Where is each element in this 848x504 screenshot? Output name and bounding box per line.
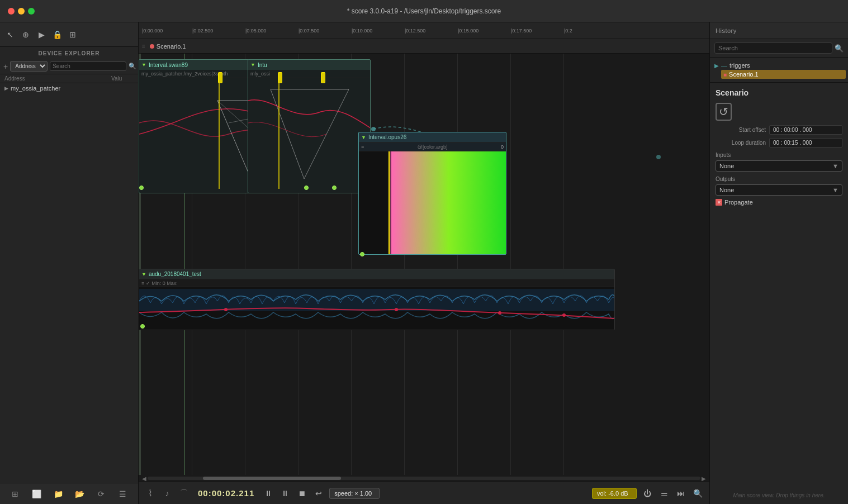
opus26-color-gradient xyxy=(359,151,506,254)
inputs-dropdown-arrow: ▼ xyxy=(832,163,838,169)
search-transport-icon[interactable]: 🔍 xyxy=(691,487,704,500)
folder-icon[interactable]: 📁 xyxy=(52,488,64,500)
history-icon[interactable]: ⟳ xyxy=(95,488,107,500)
power-icon[interactable]: ⏻ xyxy=(641,487,653,500)
sidebar-search-icon[interactable]: 🔍 xyxy=(129,63,136,70)
select-tool-icon[interactable]: ↖ xyxy=(4,29,16,40)
loop-duration-value[interactable]: 00 : 00:15 . 000 xyxy=(769,138,842,148)
tree-scenario-icon: ■ xyxy=(723,72,727,78)
stop-button[interactable]: ⏹ xyxy=(296,487,308,500)
sidebar-tree-item-patcher[interactable]: ▶ my_ossia_patcher xyxy=(0,83,138,93)
inputs-dropdown[interactable]: None ▼ xyxy=(716,160,842,172)
interval-expand-icon[interactable]: ▼ xyxy=(141,62,146,68)
svg-point-8 xyxy=(498,311,501,315)
loop-icon[interactable]: ↺ xyxy=(716,103,732,121)
transport-time: 00:00:02.211 xyxy=(198,488,254,498)
outputs-label: Outputs xyxy=(716,176,842,182)
handle-int2-yellow1[interactable] xyxy=(278,72,282,83)
image-icon[interactable]: ⬜ xyxy=(31,488,43,500)
lock-icon[interactable]: 🔒 xyxy=(51,29,63,40)
inputs-value: None xyxy=(719,163,734,169)
close-button[interactable] xyxy=(8,8,15,15)
tree-item-label: my_ossia_patcher xyxy=(11,85,60,92)
audio-row[interactable]: ▼ audu_20180401_test ≡ ✓ Min: 0 Max: xyxy=(139,269,615,330)
ruler-tick-2: |0:05.000 xyxy=(245,28,266,34)
opus26-yellow-line xyxy=(389,151,390,254)
center-area: |0:00.000 |0:02.500 |0:05.000 |0:07.500 … xyxy=(139,22,709,504)
history-root-label: triggers xyxy=(729,62,750,69)
tree-caret-icon: ▶ xyxy=(714,63,719,69)
list-icon[interactable]: ☰ xyxy=(117,488,129,500)
scrollbar-thumb[interactable] xyxy=(203,477,341,480)
scenario-row: ≡ Scenario.1 xyxy=(139,39,709,54)
opus26-sub-icon: ≡ xyxy=(361,144,364,150)
outputs-dropdown-arrow: ▼ xyxy=(832,187,838,193)
main-layout: ↖ ⊕ ▶ 🔒 ⊞ DEVICE EXPLORER + Address 🔍 Ad… xyxy=(0,22,848,504)
history-root-item[interactable]: ▶ — triggers xyxy=(712,61,846,70)
interval-swan89-label: Interval.swan89 xyxy=(149,62,188,68)
strum-icon[interactable]: ⌇ xyxy=(144,488,157,498)
vol-display[interactable]: vol: -6.0 dB xyxy=(592,488,637,499)
audio-expand-icon[interactable]: ▼ xyxy=(141,272,146,277)
filter-add-icon[interactable]: + xyxy=(3,62,8,71)
handle-opus26-left[interactable] xyxy=(360,252,364,256)
grid-icon[interactable]: ⊞ xyxy=(9,488,21,500)
play-icon[interactable]: ▶ xyxy=(36,29,47,40)
svg-point-6 xyxy=(224,308,228,311)
scenario-dot-icon xyxy=(150,44,154,49)
interval-opus26-label: Interval.opus26 xyxy=(368,134,406,140)
tree-folder-icon: — xyxy=(721,62,727,69)
handle-swan89-yellow[interactable] xyxy=(218,72,222,83)
minimize-button[interactable] xyxy=(18,8,25,15)
handle-int2-mid2[interactable] xyxy=(332,186,337,190)
scroll-right-icon[interactable]: ▶ xyxy=(700,476,707,482)
sidebar-bottom-toolbar: ⊞ ⬜ 📁 📂 ⟳ ☰ xyxy=(0,483,138,504)
propagate-checkbox[interactable]: ✕ xyxy=(716,199,722,206)
play-pause-button[interactable]: ⏸ xyxy=(262,487,274,500)
eq-icon[interactable]: ⚌ xyxy=(658,487,670,500)
grid-line-8 xyxy=(563,54,564,475)
sidebar-search-input[interactable] xyxy=(50,61,126,71)
interval-int2[interactable]: ▼ Intu mly_ossi xyxy=(248,59,371,193)
loop-icon-container[interactable]: ↺ xyxy=(716,103,842,121)
opus26-black-column xyxy=(359,151,389,254)
history-search-icon[interactable]: 🔍 xyxy=(835,44,844,53)
handle-swan89-left[interactable] xyxy=(139,186,144,190)
scenario-collapse-icon[interactable]: ≡ xyxy=(142,43,145,49)
opus26-color-right xyxy=(391,151,506,254)
handle-int2-mid1[interactable] xyxy=(304,186,309,190)
start-offset-label: Start offset xyxy=(716,127,766,133)
interval-int2-sub: mly_ossi xyxy=(248,70,370,78)
int2-expand-icon[interactable]: ▼ xyxy=(250,62,255,68)
scrollbar-track[interactable] xyxy=(148,477,700,480)
interval-opus26-subheader: ≡ @[color.argb] 0 xyxy=(359,142,506,151)
outputs-dropdown[interactable]: None ▼ xyxy=(716,184,842,196)
speed-display[interactable]: speed: × 1.00 xyxy=(329,488,380,499)
ruler-tick-4: |0:10.000 xyxy=(352,28,372,34)
scroll-left-icon[interactable]: ◀ xyxy=(141,476,148,482)
interval-opus26[interactable]: ▼ Interval.opus26 ≡ @[color.argb] 0 xyxy=(358,132,506,255)
curve-icon[interactable]: ⌒ xyxy=(178,488,190,498)
int2-curve-svg xyxy=(248,78,370,189)
add-icon[interactable]: ⊕ xyxy=(20,29,31,40)
address-dropdown[interactable]: Address xyxy=(10,61,48,72)
grid-line-6 xyxy=(457,54,458,475)
pause-button[interactable]: ⏸ xyxy=(279,487,291,500)
history-search-input[interactable] xyxy=(714,42,832,54)
forward-icon[interactable]: ⏭ xyxy=(675,487,687,500)
history-scenario-item[interactable]: ■ Scenario.1 xyxy=(721,70,846,79)
start-offset-value[interactable]: 00 : 00:00 . 000 xyxy=(769,125,842,135)
handle-int2-yellow2[interactable] xyxy=(321,72,325,83)
handle-audio-left[interactable] xyxy=(140,324,145,329)
canvas-area[interactable]: ▼ Interval.swan89 T ▼ T ▼ my_ossia_patch… xyxy=(139,54,709,475)
folder2-icon[interactable]: 📂 xyxy=(74,488,86,500)
music-note-icon[interactable]: ♪ xyxy=(161,489,173,498)
return-button[interactable]: ↩ xyxy=(312,487,325,500)
maximize-button[interactable] xyxy=(28,8,35,15)
ruler-tick-5: |0:12.500 xyxy=(405,28,425,34)
col-address-header: Address xyxy=(4,75,111,82)
timeline-ruler: |0:00.000 |0:02.500 |0:05.000 |0:07.500 … xyxy=(139,22,709,39)
horizontal-scrollbar[interactable]: ◀ ▶ xyxy=(139,475,709,482)
layout-icon[interactable]: ⊞ xyxy=(67,29,78,40)
opus26-expand-icon[interactable]: ▼ xyxy=(361,135,366,140)
